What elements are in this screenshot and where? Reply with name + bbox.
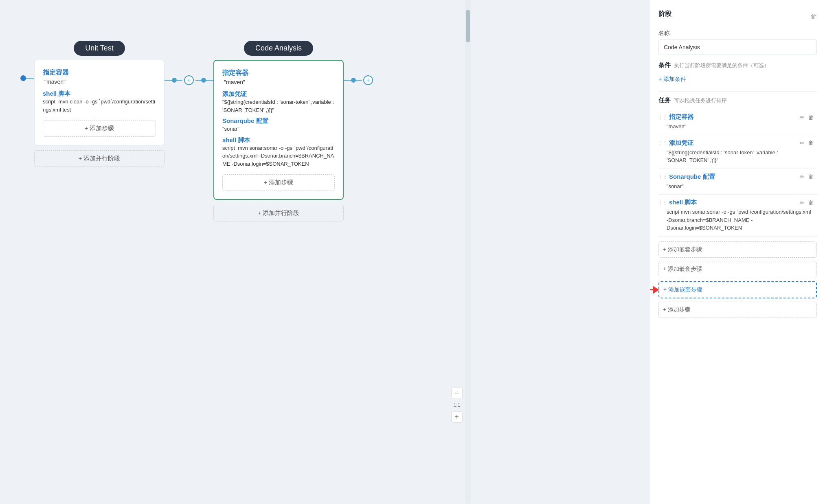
right-task-1: ⋮⋮ 添加凭证 ✏ 🗑 "${[string(credentialsId : '… (658, 135, 817, 169)
right-task-3-name: shell 脚本 (669, 199, 697, 206)
add-nested-step-btn-2[interactable]: + 添加嵌套步骤 (658, 261, 817, 277)
code-analysis-card: 指定容器 "maven" 添加凭证 "${[string(credentials… (213, 60, 344, 200)
right-task-3-icons: ✏ 🗑 (800, 199, 814, 206)
condition-row: 条件 执行当前阶段所需要满足的条件（可选） (658, 61, 817, 69)
right-task-2-edit[interactable]: ✏ (800, 173, 805, 180)
right-task-2-delete[interactable]: 🗑 (808, 173, 814, 180)
plus-icon: + (187, 77, 191, 84)
right-task-3: ⋮⋮ shell 脚本 ✏ 🗑 script mvn sonar:sonar -… (658, 195, 817, 237)
right-task-2: ⋮⋮ Sonarqube 配置 ✏ 🗑 "sonar" (658, 169, 817, 195)
tasks-label: 任务 (658, 96, 671, 104)
add-nested-step-btn-1[interactable]: + 添加嵌套步骤 (658, 241, 817, 258)
ca-sonar-task: Sonarqube 配置 "sonar" (222, 117, 335, 133)
add-nested-step-highlighted[interactable]: + 添加嵌套步骤 (658, 281, 817, 298)
add-stage-btn-1[interactable]: + (184, 75, 194, 85)
h-line-4 (206, 80, 213, 81)
h-line-5 (344, 80, 351, 81)
zoom-controls: − 1:1 + (451, 388, 463, 423)
panel-name-input[interactable] (658, 39, 817, 55)
unit-test-add-step[interactable]: + 添加步骤 (43, 120, 156, 137)
code-analysis-label: Code Analysis (244, 41, 313, 56)
divider-1 (658, 91, 817, 92)
drag-handle-3[interactable]: ⋮⋮ (658, 200, 667, 206)
add-condition-btn[interactable]: + 添加条件 (658, 74, 817, 85)
ca-add-step[interactable]: + 添加步骤 (222, 174, 335, 191)
start-dot (20, 75, 26, 81)
right-task-3-name-row: ⋮⋮ shell 脚本 (658, 199, 697, 206)
h-line-1 (165, 80, 172, 81)
add-step-btn-bottom[interactable]: + 添加步骤 (658, 302, 817, 318)
connector-dot-1 (172, 78, 177, 83)
tasks-desc: 可以拖拽任务进行排序 (674, 97, 727, 104)
stage-unit-test: Unit Test 指定容器 "maven" shell 脚本 script m… (34, 41, 165, 167)
panel-name-label: 名称 (658, 30, 817, 37)
right-task-1-name-row: ⋮⋮ 添加凭证 (658, 139, 693, 147)
right-task-0-header: ⋮⋮ 指定容器 ✏ 🗑 (658, 113, 814, 121)
right-task-3-edit[interactable]: ✏ (800, 199, 805, 206)
ca-add-parallel[interactable]: + 添加并行阶段 (213, 205, 344, 221)
pipeline-area: Unit Test 指定容器 "maven" shell 脚本 script m… (0, 0, 650, 504)
connector-dot-3 (351, 78, 356, 83)
condition-desc: 执行当前阶段所需要满足的条件（可选） (674, 62, 769, 69)
unit-test-add-parallel[interactable]: + 添加并行阶段 (34, 150, 165, 167)
right-task-2-header: ⋮⋮ Sonarqube 配置 ✏ 🗑 (658, 173, 814, 181)
highlighted-add-row: + 添加嵌套步骤 (658, 281, 817, 298)
arrow-row (650, 286, 659, 294)
right-task-3-delete[interactable]: 🗑 (808, 199, 814, 206)
right-task-0-name: 指定容器 (669, 113, 693, 121)
zoom-minus-btn[interactable]: − (451, 388, 463, 399)
h-line-2 (177, 80, 182, 81)
stage-code-analysis: Code Analysis 指定容器 "maven" 添加凭证 "${[stri… (213, 41, 344, 221)
unit-test-container-label: 指定容器 (43, 68, 156, 77)
ca-sonar-value: "sonar" (222, 125, 335, 133)
unit-test-shell-name: shell 脚本 (43, 90, 156, 98)
right-task-2-name: Sonarqube 配置 (669, 173, 715, 181)
unit-test-shell-value: script mvn clean -o -gs `pwd`/configurat… (43, 98, 156, 114)
right-panel: 阶段 🗑 名称 条件 执行当前阶段所需要满足的条件（可选） + 添加条件 任务 … (650, 0, 825, 504)
unit-test-shell-task: shell 脚本 script mvn clean -o -gs `pwd`/c… (43, 90, 156, 114)
pipeline-scrollbar[interactable] (465, 0, 471, 504)
ca-shell-value: script mvn sonar:sonar -o -gs `pwd`/conf… (222, 144, 335, 168)
ca-sonar-name: Sonarqube 配置 (222, 117, 335, 125)
arrow-line (650, 289, 653, 290)
drag-handle-1[interactable]: ⋮⋮ (658, 140, 667, 146)
unit-test-card: 指定容器 "maven" shell 脚本 script mvn clean -… (34, 60, 165, 145)
tasks-label-row: 任务 可以拖拽任务进行排序 (658, 96, 817, 104)
ca-shell-task: shell 脚本 script mvn sonar:sonar -o -gs `… (222, 136, 335, 168)
right-task-0-edit[interactable]: ✏ (800, 114, 805, 121)
right-task-1-name: 添加凭证 (669, 139, 693, 147)
right-task-3-value: script mvn sonar:sonar -o -gs `pwd`/conf… (667, 208, 814, 232)
add-stage-btn-2[interactable]: + (363, 75, 373, 85)
arrow-head (653, 286, 659, 294)
scroll-thumb (466, 10, 470, 42)
right-task-1-delete[interactable]: 🗑 (808, 140, 814, 146)
ca-credential-value: "${[string(credentialsId : 'sonar-token'… (222, 98, 335, 114)
ca-shell-name: shell 脚本 (222, 136, 335, 144)
zoom-plus-btn[interactable]: + (451, 411, 463, 423)
right-task-1-icons: ✏ 🗑 (800, 140, 814, 146)
trailing-connector: + (344, 75, 375, 85)
right-task-0-value: "maven" (667, 123, 814, 131)
panel-section-title: 阶段 (658, 10, 671, 18)
ca-credential-task: 添加凭证 "${[string(credentialsId : 'sonar-t… (222, 90, 335, 114)
right-task-1-edit[interactable]: ✏ (800, 140, 805, 146)
right-task-0: ⋮⋮ 指定容器 ✏ 🗑 "maven" (658, 109, 817, 135)
drag-handle-2[interactable]: ⋮⋮ (658, 174, 667, 180)
right-task-2-name-row: ⋮⋮ Sonarqube 配置 (658, 173, 715, 181)
unit-test-container-value: "maven" (44, 79, 156, 85)
right-task-2-value: "sonar" (667, 182, 814, 191)
h-line-6 (356, 80, 362, 81)
drag-handle-0[interactable]: ⋮⋮ (658, 114, 667, 120)
right-task-3-header: ⋮⋮ shell 脚本 ✏ 🗑 (658, 199, 814, 206)
right-task-1-header: ⋮⋮ 添加凭证 ✏ 🗑 (658, 139, 814, 147)
h-line (26, 78, 34, 79)
right-task-0-icons: ✏ 🗑 (800, 114, 814, 121)
start-connector (20, 75, 34, 81)
condition-label: 条件 (658, 61, 671, 69)
right-task-0-name-row: ⋮⋮ 指定容器 (658, 113, 693, 121)
ca-container-label: 指定容器 (222, 69, 335, 77)
zoom-label: 1:1 (454, 402, 461, 408)
plus-icon-2: + (366, 77, 370, 84)
panel-delete-icon[interactable]: 🗑 (810, 13, 817, 20)
right-task-0-delete[interactable]: 🗑 (808, 114, 814, 121)
